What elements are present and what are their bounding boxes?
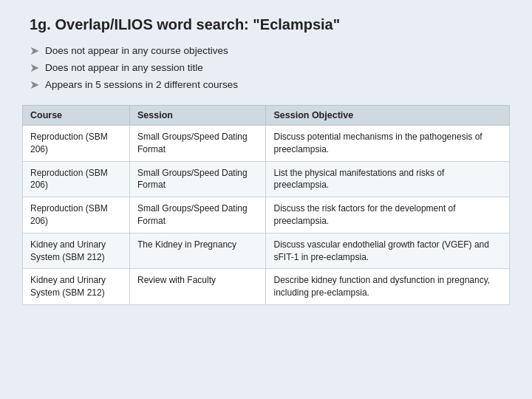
cell-session: Small Groups/Speed Dating Format bbox=[129, 126, 266, 162]
cell-session: Review with Faculty bbox=[129, 269, 266, 305]
cell-course: Reproduction (SBM 206) bbox=[23, 197, 130, 233]
page-container: 1g. Overlap/ILIOS word search: "Eclampsi… bbox=[0, 0, 532, 399]
table-row: Reproduction (SBM 206) Small Groups/Spee… bbox=[23, 197, 510, 233]
bullet-text: Does not appear in any course objectives bbox=[45, 45, 228, 56]
header-session: Session bbox=[129, 106, 266, 126]
bullet-item: ➤Appears in 5 sessions in 2 different co… bbox=[30, 78, 510, 92]
header-course: Course bbox=[23, 106, 130, 126]
bullet-icon: ➤ bbox=[30, 78, 39, 92]
bullet-text: Does not appear in any session title bbox=[45, 62, 203, 73]
table-row: Reproduction (SBM 206) Small Groups/Spee… bbox=[23, 161, 510, 197]
header-objective: Session Objective bbox=[266, 106, 510, 126]
cell-course: Kidney and Urinary System (SBM 212) bbox=[23, 269, 130, 305]
cell-objective: Discuss potential mechanisms in the path… bbox=[266, 126, 510, 162]
table-body: Reproduction (SBM 206) Small Groups/Spee… bbox=[23, 126, 510, 305]
page-title: 1g. Overlap/ILIOS word search: "Eclampsi… bbox=[30, 16, 510, 33]
table-header: Course Session Session Objective bbox=[23, 106, 510, 126]
cell-objective: Discuss vascular endothelial growth fact… bbox=[266, 233, 510, 269]
cell-objective: Discuss the risk factors for the develop… bbox=[266, 197, 510, 233]
bullet-text: Appears in 5 sessions in 2 different cou… bbox=[45, 79, 238, 90]
bullet-icon: ➤ bbox=[30, 44, 39, 58]
bullet-list: ➤Does not appear in any course objective… bbox=[30, 44, 510, 92]
cell-course: Reproduction (SBM 206) bbox=[23, 161, 130, 197]
table-row: Kidney and Urinary System (SBM 212) Revi… bbox=[23, 269, 510, 305]
cell-objective: Describe kidney function and dysfunction… bbox=[266, 269, 510, 305]
cell-course: Kidney and Urinary System (SBM 212) bbox=[23, 233, 130, 269]
cell-objective: List the physical manifestations and ris… bbox=[266, 161, 510, 197]
cell-session: Small Groups/Speed Dating Format bbox=[129, 161, 266, 197]
bullet-icon: ➤ bbox=[30, 61, 39, 75]
cell-course: Reproduction (SBM 206) bbox=[23, 126, 130, 162]
cell-session: The Kidney in Pregnancy bbox=[129, 233, 266, 269]
bullet-item: ➤Does not appear in any session title bbox=[30, 61, 510, 75]
bullet-item: ➤Does not appear in any course objective… bbox=[30, 44, 510, 58]
cell-session: Small Groups/Speed Dating Format bbox=[129, 197, 266, 233]
table-row: Reproduction (SBM 206) Small Groups/Spee… bbox=[23, 126, 510, 162]
table-row: Kidney and Urinary System (SBM 212) The … bbox=[23, 233, 510, 269]
results-table: Course Session Session Objective Reprodu… bbox=[22, 105, 510, 305]
